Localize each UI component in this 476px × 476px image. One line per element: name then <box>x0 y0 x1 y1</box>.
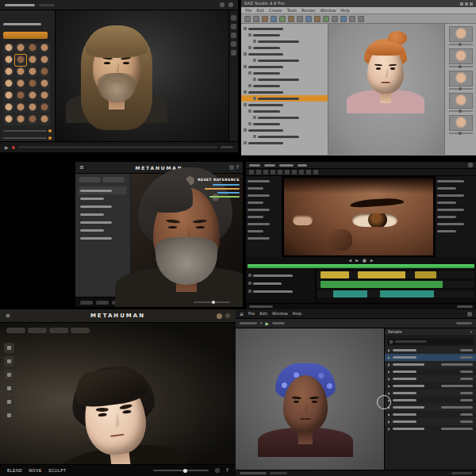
property-row[interactable] <box>385 382 476 390</box>
property-value-skeleton[interactable] <box>460 420 473 423</box>
toolbar-icon[interactable] <box>279 16 286 22</box>
head-preset-thumbnail[interactable] <box>15 55 26 66</box>
expander-icon[interactable] <box>388 420 390 424</box>
expander-icon[interactable] <box>253 116 256 119</box>
category-list-item[interactable] <box>79 186 127 194</box>
mode-pill-button[interactable] <box>102 177 125 182</box>
window-tool-icon[interactable] <box>228 2 233 7</box>
mode-pill-button[interactable] <box>79 177 101 182</box>
avatar[interactable] <box>217 313 222 319</box>
expander-icon[interactable] <box>248 290 251 293</box>
play-icon[interactable]: ▶ <box>5 145 9 150</box>
view-pill-button[interactable] <box>49 328 68 333</box>
menu-item[interactable]: Render <box>301 9 316 13</box>
expander-icon[interactable] <box>388 349 390 352</box>
morph-preview-thumbnail[interactable] <box>449 26 473 42</box>
head-preset-thumbnail[interactable] <box>3 67 14 78</box>
morph-slider[interactable] <box>3 129 52 132</box>
scene-tree-row[interactable] <box>241 108 328 114</box>
morph-preview-item[interactable] <box>449 71 473 90</box>
play-icon[interactable]: ▶ <box>266 321 270 326</box>
menu-item[interactable]: Help <box>341 9 350 13</box>
property-value-skeleton[interactable] <box>460 413 473 416</box>
viewport-tool-icon[interactable] <box>231 50 236 56</box>
toolbar-icon[interactable] <box>306 170 311 175</box>
toolbar-icon[interactable] <box>262 16 268 22</box>
sculpt-mode-button[interactable]: SCULPT <box>48 469 67 473</box>
help-icon[interactable]: ? <box>236 165 239 170</box>
head-preset-thumbnail[interactable] <box>15 90 26 102</box>
expander-icon[interactable] <box>244 65 247 68</box>
slider-knob[interactable] <box>459 43 462 46</box>
expander-icon[interactable] <box>248 84 251 87</box>
viewport-tool-icon[interactable] <box>231 15 236 21</box>
expander-icon[interactable] <box>388 370 390 374</box>
viewport-tool-button[interactable] <box>4 370 14 380</box>
expander-icon[interactable] <box>244 103 247 106</box>
property-value-skeleton[interactable] <box>441 428 473 430</box>
morph-preview-thumbnail[interactable] <box>449 48 473 64</box>
window-tool-icon[interactable] <box>467 312 472 317</box>
head-preset-thumbnail[interactable] <box>39 55 50 66</box>
scene-tree-row[interactable] <box>241 63 328 70</box>
keyframe-clip[interactable] <box>358 271 405 278</box>
window-tool-icon[interactable] <box>220 2 225 7</box>
toolbar-icon[interactable] <box>358 16 364 22</box>
generate-button[interactable] <box>3 32 48 39</box>
viewport-tool-button[interactable] <box>4 383 14 393</box>
scene-tree-row[interactable] <box>241 76 328 83</box>
property-row[interactable] <box>385 425 476 432</box>
head-preset-thumbnail[interactable] <box>3 102 14 113</box>
bottom-bar-button[interactable] <box>80 301 93 305</box>
menu-item[interactable]: Help <box>293 312 301 316</box>
sequencer-playback-range-bar[interactable] <box>248 264 474 268</box>
toolbar-icon[interactable] <box>271 170 275 175</box>
window-tool-icon[interactable] <box>468 163 473 167</box>
head-preset-thumbnail[interactable] <box>39 102 50 113</box>
scene-tree-row[interactable] <box>241 127 328 133</box>
morph-preview-thumbnail[interactable] <box>449 93 473 109</box>
menu-item[interactable]: Tools <box>287 9 297 13</box>
menu-item[interactable]: File <box>248 312 255 316</box>
toolbar-icon[interactable] <box>285 170 290 175</box>
head-preset-thumbnail[interactable] <box>27 79 38 90</box>
toolbar-icon[interactable] <box>278 170 282 175</box>
slider-track[interactable] <box>3 137 47 139</box>
expander-icon[interactable] <box>388 378 390 381</box>
slider-knob[interactable] <box>48 136 52 140</box>
property-row[interactable] <box>385 397 476 404</box>
category-list-item[interactable] <box>79 218 127 226</box>
expander-icon[interactable] <box>248 274 251 277</box>
expander-icon[interactable] <box>388 428 390 431</box>
toolbar-icon[interactable] <box>249 170 254 175</box>
property-value-skeleton[interactable] <box>441 363 473 366</box>
zoom-slider[interactable] <box>194 301 230 303</box>
scene-tree-row[interactable] <box>241 38 328 44</box>
category-list-item[interactable] <box>79 234 127 242</box>
menu-item[interactable]: File <box>245 9 251 13</box>
panel-row[interactable] <box>248 178 280 185</box>
property-row[interactable] <box>385 411 476 418</box>
expander-icon[interactable] <box>248 122 251 125</box>
menu-item[interactable]: Create <box>269 9 282 13</box>
timeline-track[interactable] <box>18 146 217 148</box>
toolbar-icon[interactable] <box>349 16 355 22</box>
expander-icon[interactable] <box>248 282 251 285</box>
expander-icon[interactable] <box>253 59 256 62</box>
category-list-item[interactable] <box>79 194 127 202</box>
property-value-skeleton[interactable] <box>460 349 473 351</box>
viewport-tool-icon[interactable] <box>231 24 236 29</box>
head-preset-thumbnail[interactable] <box>15 43 26 54</box>
slider-track[interactable] <box>3 130 47 132</box>
scene-tree-row[interactable] <box>241 102 328 108</box>
settings-button-skeleton[interactable] <box>456 322 472 324</box>
toolbar-button-skeleton[interactable] <box>240 322 257 324</box>
morph-preview-item[interactable] <box>449 26 473 45</box>
expander-icon[interactable] <box>388 392 390 395</box>
expander-icon[interactable] <box>253 40 256 43</box>
morph-preview-item[interactable] <box>449 93 473 112</box>
head-preset-thumbnail[interactable] <box>3 43 14 54</box>
expander-icon[interactable] <box>253 135 256 138</box>
property-row[interactable] <box>385 418 476 425</box>
head-preset-thumbnail[interactable] <box>27 43 38 54</box>
